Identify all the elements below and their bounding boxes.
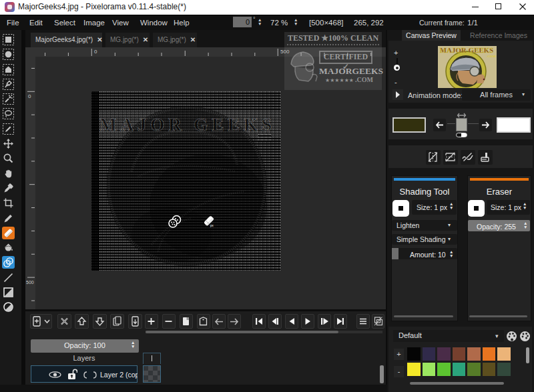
svg-text:MAJOR GEEKS: MAJOR GEEKS: [99, 115, 272, 135]
svg-text:0: 0: [94, 49, 97, 55]
svg-text:.COM: .COM: [487, 55, 496, 58]
svg-text:px: px: [210, 224, 214, 227]
svg-text:500: 500: [26, 280, 34, 285]
svg-text:MAJOR GEEKS: MAJOR GEEKS: [440, 47, 493, 54]
svg-text:0: 0: [28, 93, 31, 99]
